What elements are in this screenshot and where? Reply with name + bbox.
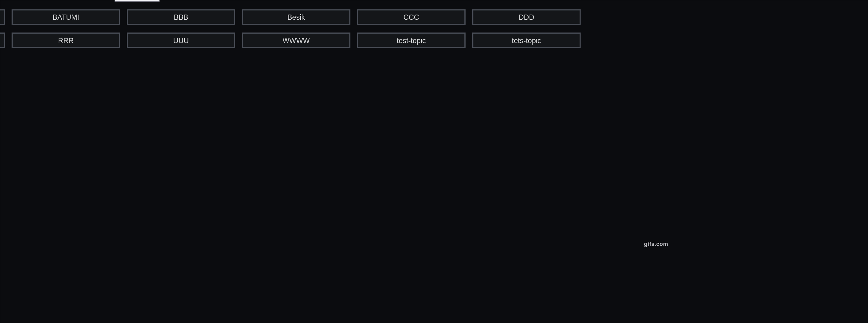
topic-item[interactable]: tets-topic bbox=[472, 33, 581, 48]
watermark: gifs.com bbox=[644, 241, 668, 247]
topic-item[interactable]: WWWW bbox=[242, 33, 350, 48]
topic-item[interactable]: CCC bbox=[357, 9, 466, 25]
topic-item[interactable]: Besik bbox=[242, 9, 350, 25]
topic-item[interactable]: 2 bbox=[0, 9, 5, 25]
topic-item[interactable]: DDD bbox=[472, 9, 581, 25]
topic-item[interactable]: RRR bbox=[11, 33, 120, 48]
topic-item[interactable]: test-topic bbox=[357, 33, 466, 48]
topic-item[interactable]: BBB bbox=[127, 9, 235, 25]
topic-item[interactable]: BATUMI bbox=[11, 9, 120, 25]
topic-item[interactable]: PPP bbox=[0, 33, 5, 48]
topic-item[interactable]: UUU bbox=[127, 33, 235, 48]
consume-label: Consume Messages: bbox=[0, 0, 115, 2]
consume-all-button[interactable]: Consume All bbox=[115, 0, 160, 2]
